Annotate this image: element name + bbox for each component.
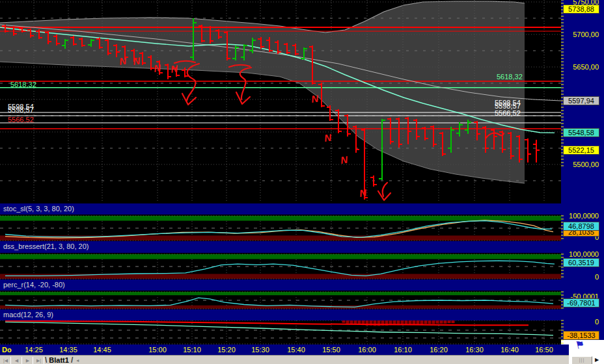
sheet-tab-bar: |◀ ◀ ▶ ▶| \ Blatt1 / ◂ [0,355,569,364]
first-sheet-button[interactable]: |◀ [1,357,11,364]
price-axis[interactable] [561,0,604,340]
prev-sheet-button[interactable]: ◀ [12,357,22,364]
next-sheet-button[interactable]: ▶ [23,357,33,364]
sheet-tab-blatt1[interactable]: Blatt1 [49,356,69,364]
tab-right-edge: / [71,356,73,364]
scrollbar-right-arrow[interactable]: ▶ [595,357,599,363]
chart-plot-area[interactable] [0,0,561,344]
tab-left-edge: \ [45,356,47,364]
trading-chart-window: NNNNNNNN 5750,005700,005650,005600,00555… [0,0,604,364]
tab-scroll-left-icon[interactable]: ◂ [76,358,79,363]
scrollbar-thumb[interactable]: ||| [571,356,592,364]
weekday-label: Do [2,346,12,354]
time-axis[interactable] [0,344,569,355]
last-sheet-button[interactable]: ▶| [34,357,44,364]
